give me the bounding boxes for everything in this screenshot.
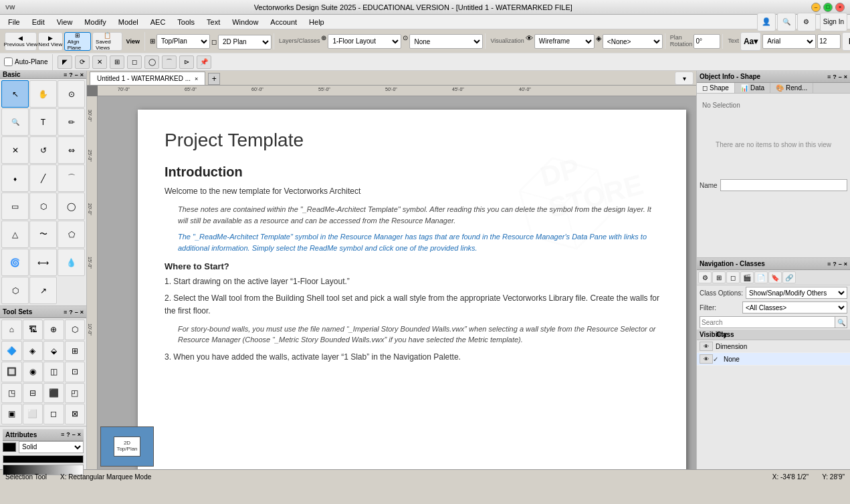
nav-close-icon[interactable]: × (844, 261, 847, 267)
window-controls[interactable]: – □ × (811, 3, 845, 12)
ts-collapse-icon[interactable]: – (75, 309, 78, 316)
nav-btn-classes[interactable]: ◻ (726, 271, 740, 283)
mode-btn-7[interactable]: ⊳ (179, 55, 194, 69)
mode-btn-1[interactable]: ⟳ (75, 55, 90, 69)
brush-tool[interactable]: ✏ (58, 108, 85, 136)
spiral-tool[interactable]: 🌀 (1, 249, 29, 276)
wireframe-select[interactable]: Wireframe (534, 34, 595, 49)
tab-close-icon[interactable]: × (195, 76, 198, 82)
view-select[interactable]: Top/Plan (156, 34, 210, 49)
nav-btn-scenes[interactable]: 🎬 (740, 271, 754, 283)
close-button[interactable]: × (835, 3, 845, 12)
attr-help-icon[interactable]: ? (66, 431, 70, 438)
irregular-tool[interactable]: ⬠ (58, 221, 85, 248)
ts-arch5[interactable]: 🔷 (1, 341, 22, 362)
nav-eye-none[interactable]: 👁 (700, 354, 713, 364)
ts-arch20[interactable]: ⊠ (65, 404, 86, 424)
menu-window[interactable]: Window (227, 17, 263, 27)
shape-tab[interactable]: ◻ Shape (697, 83, 735, 93)
menu-file[interactable]: File (3, 17, 25, 27)
panel-help-icon[interactable]: ? (69, 72, 73, 78)
obj-close-icon[interactable]: × (844, 74, 847, 80)
obj-menu-icon[interactable]: ≡ (827, 74, 831, 80)
panel-collapse-icon[interactable]: – (75, 72, 78, 78)
render-tab[interactable]: 🎨 Rend... (770, 83, 813, 93)
attr-tool[interactable]: ⬡ (1, 277, 29, 304)
arrow-tool[interactable]: ↗ (29, 277, 57, 304)
orbit-tool[interactable]: ⊙ (58, 80, 85, 108)
mini-view[interactable]: 2D Top/Plan (100, 426, 154, 467)
nav-collapse-icon[interactable]: – (839, 261, 842, 267)
filter-select[interactable]: <All Classes> (742, 301, 847, 313)
triangle-tool[interactable]: △ (1, 221, 29, 248)
ts-arch17[interactable]: ▣ (1, 404, 22, 424)
nav-search-button[interactable]: 🔍 (835, 316, 847, 328)
rect-tool[interactable]: ▭ (1, 193, 29, 220)
obj-collapse-icon[interactable]: – (839, 74, 842, 80)
ts-arch14[interactable]: ⊟ (23, 383, 43, 404)
menu-text[interactable]: Text (201, 17, 225, 27)
fill-type-select[interactable]: Solid (19, 441, 84, 453)
canvas-area[interactable]: 70'-0" 65'-0" 60'-0" 55'-0" 50'-0" 45'-0… (87, 86, 696, 469)
eyedrop-tool[interactable]: 💧 (58, 249, 85, 276)
class-select[interactable]: None (409, 34, 483, 49)
nav-search-input[interactable] (700, 316, 835, 328)
ellipse-tool[interactable]: ◯ (58, 193, 85, 220)
crop-tool[interactable]: ✕ (1, 136, 29, 164)
align-plane-button[interactable]: ⊞ Align Plane (64, 32, 91, 51)
ts-arch6[interactable]: ◈ (23, 341, 43, 362)
menu-aec[interactable]: AEC (145, 17, 171, 27)
nav-btn-savedviews[interactable]: 🔖 (768, 271, 782, 283)
zoom-tool[interactable]: 🔍 (1, 108, 29, 136)
saved-views-button[interactable]: 📋 Saved Views (92, 32, 122, 51)
data-tab[interactable]: 📊 Data (735, 83, 770, 93)
vertices-tool[interactable]: ⬧ (1, 164, 29, 192)
fill-color-swatch[interactable] (3, 443, 16, 452)
maximize-button[interactable]: □ (823, 3, 833, 12)
class-options-select[interactable]: Show/Snap/Modify Others (746, 287, 847, 299)
minimize-button[interactable]: – (811, 3, 821, 12)
name-input[interactable] (720, 179, 847, 191)
freehand-tool[interactable]: 〜 (29, 221, 57, 248)
ts-arch11[interactable]: ◫ (43, 362, 64, 382)
mode-btn-8[interactable]: 📌 (197, 55, 211, 69)
ts-close-icon[interactable]: × (80, 309, 84, 316)
autoplane-checkbox[interactable] (4, 57, 13, 66)
menu-help[interactable]: Help (304, 17, 330, 27)
ts-arch9[interactable]: 🔲 (1, 362, 22, 382)
next-view-button[interactable]: ▶ Next View (38, 32, 63, 51)
arc-tool[interactable]: ⌒ (58, 164, 85, 192)
select-tool[interactable]: ↖ (1, 80, 29, 108)
bold-button[interactable]: B (842, 32, 850, 51)
nav-eye-dimension[interactable]: 👁 (700, 342, 713, 351)
sign-in-button[interactable]: Sign In (820, 13, 847, 31)
ts-arch4[interactable]: ⬡ (65, 320, 86, 340)
ts-arch2[interactable]: 🏗 (23, 320, 43, 340)
ts-arch15[interactable]: ⬛ (43, 383, 64, 404)
mode-btn-2[interactable]: ✕ (92, 55, 107, 69)
tab-menu-button[interactable]: ▾ (675, 72, 694, 85)
ts-arch10[interactable]: ◉ (23, 362, 43, 382)
menu-tools[interactable]: Tools (172, 17, 200, 27)
polygon-tool[interactable]: ⬡ (29, 193, 57, 220)
pan-tool[interactable]: ✋ (29, 80, 57, 108)
menu-account[interactable]: Account (265, 17, 302, 27)
ts-arch8[interactable]: ⊞ (65, 341, 86, 362)
settings-button[interactable]: ⚙ (797, 13, 816, 31)
nav-class-dimension[interactable]: Dimension (713, 343, 847, 350)
ts-arch16[interactable]: ◰ (65, 383, 86, 404)
nav-btn-refs[interactable]: 🔗 (782, 271, 796, 283)
nav-class-none[interactable]: None (721, 356, 847, 363)
mode-btn-5[interactable]: ◯ (144, 55, 159, 69)
previous-view-button[interactable]: ◀ Previous View (5, 32, 37, 51)
ts-help-icon[interactable]: ? (69, 309, 73, 316)
menu-modify[interactable]: Modify (79, 17, 111, 27)
font-size-input[interactable] (817, 34, 841, 49)
ts-arch7[interactable]: ⬙ (43, 341, 64, 362)
ts-arch18[interactable]: ⬜ (23, 404, 43, 424)
layer-select[interactable]: 1-Floor Layout (328, 34, 401, 49)
rotation-input[interactable] (694, 34, 720, 49)
ts-arch1[interactable]: ⌂ (1, 320, 22, 340)
add-tab-button[interactable]: + (208, 73, 220, 85)
mode-btn-0[interactable]: ◤ (58, 55, 72, 69)
